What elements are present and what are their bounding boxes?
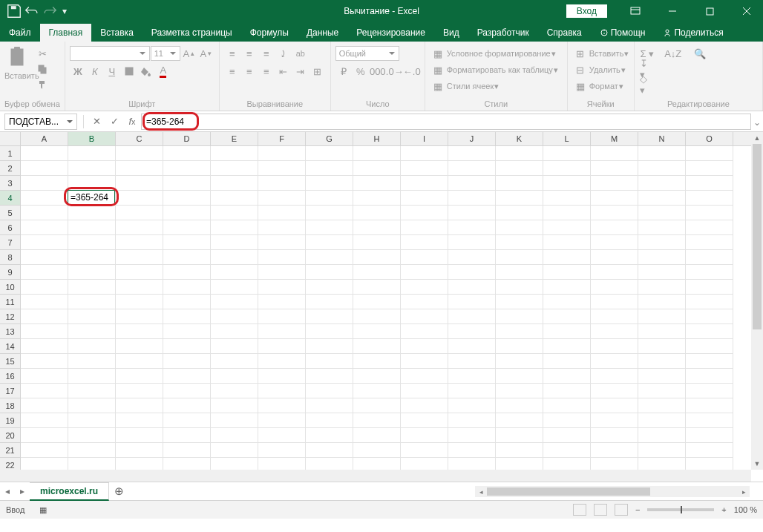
sheet-nav-prev-icon[interactable]: ◂ [0,486,15,496]
italic-button[interactable]: К [87,64,103,79]
row-header-17[interactable]: 17 [0,384,20,398]
align-left-icon[interactable]: ≡ [224,64,240,79]
scroll-up-icon[interactable]: ▲ [751,132,763,144]
expand-formula-bar-icon[interactable]: ⌄ [753,117,761,128]
row-header-21[interactable]: 21 [0,443,20,458]
qat-customize-icon[interactable]: ▾ [59,3,70,19]
row-header-14[interactable]: 14 [0,339,20,354]
number-format-select[interactable]: Общий [335,46,399,61]
tab-insert[interactable]: Вставка [91,24,143,42]
currency-icon[interactable]: ₽ [335,64,352,79]
increase-font-icon[interactable]: A▲ [181,46,197,61]
maximize-icon[interactable] [693,0,726,22]
tell-me-button[interactable]: Помощн [591,24,655,42]
add-sheet-button[interactable]: ⊕ [109,485,128,498]
row-header-6[interactable]: 6 [0,220,20,235]
font-size-select[interactable]: 11 [151,46,180,61]
col-header-A[interactable]: A [21,132,68,145]
copy-icon[interactable] [34,62,50,76]
tab-developer[interactable]: Разработчик [468,24,538,42]
delete-cells-button[interactable]: ⊟Удалить ▾ [572,62,629,77]
row-header-20[interactable]: 20 [0,428,20,443]
scroll-right-icon[interactable]: ▸ [738,486,750,498]
page-layout-view-icon[interactable] [594,504,607,516]
wrap-text-icon[interactable]: ab [292,46,309,61]
font-family-select[interactable] [70,46,150,61]
page-break-view-icon[interactable] [615,504,628,516]
tab-file[interactable]: Файл [0,24,40,42]
align-middle-icon[interactable]: ≡ [241,46,258,61]
align-bottom-icon[interactable]: ≡ [258,46,275,61]
decrease-font-icon[interactable]: A▼ [198,46,215,61]
fill-color-icon[interactable] [138,64,154,79]
cells-area[interactable]: =365-264 [21,146,751,470]
zoom-level[interactable]: 100 % [734,505,757,514]
cell-styles-button[interactable]: ▦Стили ячеек ▾ [430,79,563,93]
col-header-G[interactable]: G [306,132,353,145]
format-as-table-button[interactable]: ▦Форматировать как таблицу ▾ [430,62,563,77]
row-header-1[interactable]: 1 [0,146,20,161]
row-header-13[interactable]: 13 [0,324,20,339]
row-header-10[interactable]: 10 [0,280,20,295]
align-right-icon[interactable]: ≡ [258,64,275,79]
row-header-7[interactable]: 7 [0,235,20,250]
insert-function-button[interactable]: fx [123,114,141,130]
row-header-19[interactable]: 19 [0,413,20,428]
col-header-M[interactable]: M [591,132,638,145]
sheet-tab-active[interactable]: microexcel.ru [30,482,109,501]
macro-record-icon[interactable]: ▦ [39,505,47,515]
col-header-J[interactable]: J [448,132,496,145]
font-color-icon[interactable]: A [155,64,171,79]
col-header-E[interactable]: E [211,132,258,145]
cancel-formula-button[interactable]: ✕ [88,114,105,130]
tab-home[interactable]: Главная [40,24,92,42]
save-icon[interactable] [6,3,22,19]
row-header-4[interactable]: 4 [0,191,20,206]
zoom-in-button[interactable]: + [721,505,726,514]
format-cells-button[interactable]: ▦Формат ▾ [572,79,629,93]
borders-icon[interactable] [121,64,137,79]
confirm-formula-button[interactable]: ✓ [105,114,123,130]
row-header-9[interactable]: 9 [0,265,20,280]
col-header-L[interactable]: L [543,132,591,145]
select-all-corner[interactable] [0,132,21,146]
col-header-C[interactable]: C [116,132,163,145]
col-header-D[interactable]: D [163,132,211,145]
row-header-11[interactable]: 11 [0,295,20,309]
increase-indent-icon[interactable]: ⇥ [292,64,309,79]
vertical-scrollbar[interactable]: ▲ ▼ [751,132,763,470]
sheet-nav-next-icon[interactable]: ▸ [15,486,30,496]
normal-view-icon[interactable] [573,504,586,516]
decrease-indent-icon[interactable]: ⇤ [275,64,292,79]
clear-icon[interactable]: ◇ ▾ [639,77,655,92]
name-box[interactable]: ПОДСТАВ... [4,114,77,130]
bold-button[interactable]: Ж [70,64,86,79]
sort-filter-icon[interactable]: A↓Z [663,46,684,61]
row-header-3[interactable]: 3 [0,176,20,191]
horizontal-scrollbar[interactable]: ◂ ▸ [475,486,750,497]
tab-formulas[interactable]: Формулы [241,24,298,42]
row-header-15[interactable]: 15 [0,354,20,369]
col-header-K[interactable]: K [496,132,543,145]
tab-page-layout[interactable]: Разметка страницы [143,24,241,42]
undo-icon[interactable] [24,3,40,19]
active-cell-b4[interactable]: =365-264 [68,191,114,204]
scroll-down-icon[interactable]: ▼ [751,458,763,470]
tab-help[interactable]: Справка [538,24,591,42]
col-header-I[interactable]: I [401,132,448,145]
zoom-slider[interactable] [647,508,714,511]
tab-review[interactable]: Рецензирование [347,24,434,42]
account-button[interactable]: Вход [566,4,607,18]
comma-icon[interactable]: 000 [370,64,386,79]
tab-data[interactable]: Данные [298,24,347,42]
cut-icon[interactable]: ✂ [34,46,50,61]
align-center-icon[interactable]: ≡ [241,64,258,79]
col-header-N[interactable]: N [638,132,686,145]
col-header-O[interactable]: O [686,132,733,145]
row-header-18[interactable]: 18 [0,398,20,413]
insert-cells-button[interactable]: ⊞Вставить ▾ [572,46,629,61]
share-button[interactable]: Поделиться [654,24,732,42]
close-icon[interactable] [730,0,763,22]
col-header-F[interactable]: F [258,132,306,145]
format-painter-icon[interactable] [34,77,50,92]
